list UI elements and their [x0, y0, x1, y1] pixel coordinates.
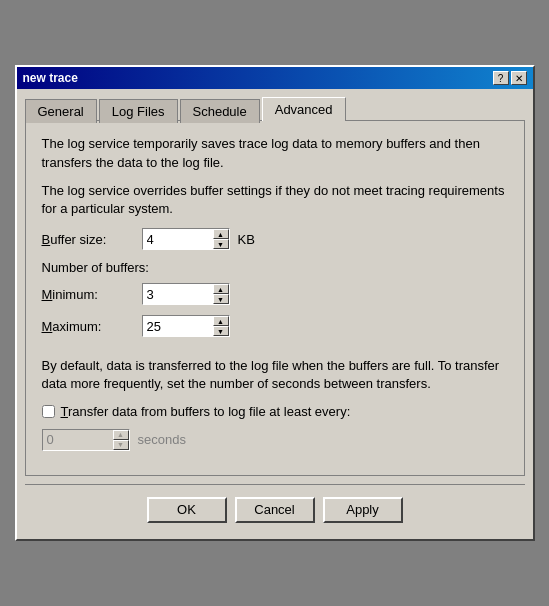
transfer-description: By default, data is transferred to the l… — [42, 357, 508, 393]
buffer-size-label: Buffer size: — [42, 232, 142, 247]
window-body: General Log Files Schedule Advanced The … — [17, 89, 533, 538]
buffer-size-spinbox[interactable]: ▲ ▼ — [142, 228, 230, 250]
tab-logfiles[interactable]: Log Files — [99, 99, 178, 123]
title-bar-buttons: ? ✕ — [493, 71, 527, 85]
tab-general[interactable]: General — [25, 99, 97, 123]
maximum-row: Maximum: ▲ ▼ — [42, 315, 508, 337]
maximum-input[interactable] — [143, 316, 213, 336]
tab-strip: General Log Files Schedule Advanced — [25, 97, 525, 121]
description-text-2: The log service overrides buffer setting… — [42, 182, 508, 218]
button-bar: OK Cancel Apply — [25, 484, 525, 531]
cancel-button[interactable]: Cancel — [235, 497, 315, 523]
transfer-value-row: ▲ ▼ seconds — [42, 429, 508, 451]
minimum-up[interactable]: ▲ — [213, 284, 229, 294]
maximum-spinbox[interactable]: ▲ ▼ — [142, 315, 230, 337]
minimum-row: Minimum: ▲ ▼ — [42, 283, 508, 305]
transfer-up: ▲ — [113, 430, 129, 440]
dialog-window: new trace ? ✕ General Log Files Schedule… — [15, 65, 535, 540]
transfer-checkbox-label: Transfer data from buffers to log file a… — [61, 404, 351, 419]
maximum-spin-buttons: ▲ ▼ — [213, 316, 229, 336]
close-button[interactable]: ✕ — [511, 71, 527, 85]
maximum-label: Maximum: — [42, 319, 142, 334]
buffer-size-up[interactable]: ▲ — [213, 229, 229, 239]
transfer-unit: seconds — [138, 432, 186, 447]
tab-schedule[interactable]: Schedule — [180, 99, 260, 123]
apply-button[interactable]: Apply — [323, 497, 403, 523]
maximum-down[interactable]: ▼ — [213, 326, 229, 336]
tab-content-advanced: The log service temporarily saves trace … — [25, 120, 525, 475]
buffer-size-row: Buffer size: ▲ ▼ KB — [42, 228, 508, 250]
transfer-checkbox-row: Transfer data from buffers to log file a… — [42, 404, 508, 419]
description-text-1: The log service temporarily saves trace … — [42, 135, 508, 171]
help-button[interactable]: ? — [493, 71, 509, 85]
transfer-input — [43, 430, 113, 450]
minimum-spinbox[interactable]: ▲ ▼ — [142, 283, 230, 305]
maximum-up[interactable]: ▲ — [213, 316, 229, 326]
buffer-size-unit: KB — [238, 232, 255, 247]
buffer-size-down[interactable]: ▼ — [213, 239, 229, 249]
window-title: new trace — [23, 71, 78, 85]
minimum-input[interactable] — [143, 284, 213, 304]
transfer-spin-buttons: ▲ ▼ — [113, 430, 129, 450]
minimum-label: Minimum: — [42, 287, 142, 302]
tab-advanced[interactable]: Advanced — [262, 97, 346, 121]
transfer-checkbox[interactable] — [42, 405, 55, 418]
buffer-size-spin-buttons: ▲ ▼ — [213, 229, 229, 249]
num-buffers-label: Number of buffers: — [42, 260, 508, 275]
minimum-down[interactable]: ▼ — [213, 294, 229, 304]
ok-button[interactable]: OK — [147, 497, 227, 523]
transfer-spinbox: ▲ ▼ — [42, 429, 130, 451]
transfer-down: ▼ — [113, 440, 129, 450]
buffer-size-input[interactable] — [143, 229, 213, 249]
minimum-spin-buttons: ▲ ▼ — [213, 284, 229, 304]
title-bar: new trace ? ✕ — [17, 67, 533, 89]
